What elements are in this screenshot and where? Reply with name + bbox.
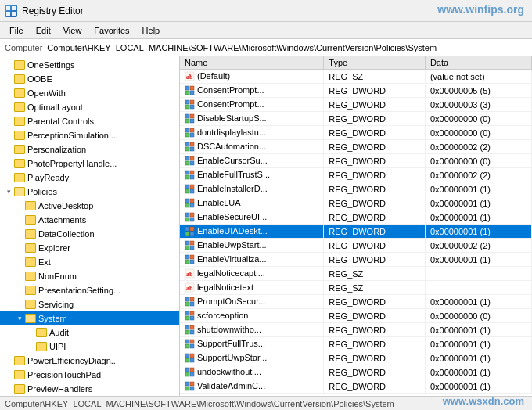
cell-type: REG_DWORD <box>324 365 426 379</box>
table-row[interactable]: ab legalNoticecapti... REG_SZ <box>180 267 532 281</box>
tree-label: UIPI <box>49 342 66 351</box>
cell-type: REG_DWORD <box>324 98 426 112</box>
table-row[interactable]: ConsentPrompt... REG_DWORD 0x00000003 (3… <box>180 98 532 112</box>
table-row[interactable]: EnableSecureUI... REG_DWORD 0x00000001 (… <box>180 210 532 225</box>
tree-item-dataCollection[interactable]: DataCollection <box>0 227 179 241</box>
cell-data: 0x00000000 (0) <box>425 309 531 323</box>
menu-item-file[interactable]: File <box>3 24 30 37</box>
table-row[interactable]: ab legalNoticetext REG_SZ <box>180 281 532 295</box>
svg-rect-85 <box>190 372 194 376</box>
table-row[interactable]: EnableInstallerD... REG_DWORD 0x00000001… <box>180 182 532 196</box>
table-row[interactable]: EnableVirtualiza... REG_DWORD 0x00000001… <box>180 253 532 267</box>
svg-rect-21 <box>190 133 194 137</box>
table-row[interactable]: ValidateAdminC... REG_DWORD 0x00000001 (… <box>180 379 532 394</box>
svg-rect-75 <box>190 340 194 343</box>
table-row[interactable]: EnableCursorSu... REG_DWORD 0x00000000 (… <box>180 154 532 168</box>
tree-item-prevHandlers[interactable]: PreviewHandlers <box>0 382 179 396</box>
svg-rect-82 <box>185 368 189 372</box>
detail-pane[interactable]: Name Type Data ab (Default) REG_SZ (valu… <box>180 56 532 396</box>
svg-rect-78 <box>185 354 189 358</box>
svg-rect-38 <box>185 199 189 203</box>
tree-item-policies[interactable]: ▾ Policies <box>0 185 179 199</box>
col-data-header[interactable]: Data <box>425 56 531 70</box>
tree-item-personalization[interactable]: Personalization <box>0 142 179 156</box>
tree-item-oobe[interactable]: OOBE <box>0 72 179 86</box>
table-row[interactable]: EnableFullTrustS... REG_DWORD 0x00000002… <box>180 168 532 182</box>
menu-item-edit[interactable]: Edit <box>30 24 57 37</box>
table-row[interactable]: scforceoption REG_DWORD 0x00000000 (0) <box>180 309 532 323</box>
svg-rect-41 <box>190 203 194 207</box>
tree-item-precisionTouch[interactable]: PrecisionTouchPad <box>0 368 179 382</box>
tree-item-attachments[interactable]: Attachments <box>0 213 179 227</box>
address-label: Computer <box>5 43 42 52</box>
cell-name: SupportFullTrus... <box>180 337 324 351</box>
cell-name: ab (Default) <box>180 70 324 84</box>
tree-item-explorer[interactable]: Explorer <box>0 241 179 255</box>
tree-item-nonEnum[interactable]: NonEnum <box>0 269 179 283</box>
tree-label: OneSettings <box>27 60 75 70</box>
tree-item-audit[interactable]: Audit <box>0 325 179 340</box>
table-row[interactable]: ab (Default) REG_SZ (value not set) <box>180 70 532 84</box>
col-type-header[interactable]: Type <box>324 56 426 70</box>
tree-item-uipi[interactable]: UIPI <box>0 340 179 354</box>
table-row[interactable]: DisableStartupS... REG_DWORD 0x00000000 … <box>180 112 532 126</box>
table-row[interactable]: EnableLUA REG_DWORD 0x00000001 (1) <box>180 196 532 210</box>
svg-rect-81 <box>190 358 194 362</box>
svg-text:ab: ab <box>186 285 193 292</box>
folder-icon <box>14 356 25 365</box>
cell-name: SupportUwpStar... <box>180 351 324 365</box>
table-row[interactable]: ConsentPrompt... REG_DWORD 0x00000005 (5… <box>180 84 532 98</box>
table-row[interactable]: SupportFullTrus... REG_DWORD 0x00000001 … <box>180 337 532 351</box>
tree-pane[interactable]: OneSettings OOBE OpenWith OptimalLayout … <box>0 56 180 396</box>
tree-label: System <box>38 314 67 323</box>
cell-type: REG_DWORD <box>324 112 426 126</box>
tree-item-photoProperty[interactable]: PhotoPropertyHandle... <box>0 156 179 171</box>
tree-item-ext[interactable]: Ext <box>0 255 179 269</box>
table-row[interactable]: DSCAutomation... REG_DWORD 0x00000002 (2… <box>180 140 532 154</box>
svg-rect-20 <box>185 133 189 137</box>
main-area: OneSettings OOBE OpenWith OptimalLayout … <box>0 56 532 396</box>
svg-rect-16 <box>185 119 189 123</box>
tree-item-openWith[interactable]: OpenWith <box>0 86 179 100</box>
cell-type: REG_DWORD <box>324 323 426 337</box>
svg-rect-30 <box>185 171 189 174</box>
svg-rect-74 <box>185 340 189 343</box>
tree-item-parentalControls[interactable]: Parental Controls <box>0 114 179 128</box>
tree-label: PerceptionSimulationI... <box>27 131 118 140</box>
tree-item-oneSettings[interactable]: OneSettings <box>0 58 179 72</box>
table-row[interactable]: EnableUwpStart... REG_DWORD 0x00000002 (… <box>180 239 532 253</box>
tree-item-optimalLayout[interactable]: OptimalLayout <box>0 100 179 114</box>
tree-item-presentationSettings[interactable]: PresentationSetting... <box>0 283 179 297</box>
table-row[interactable]: PromptOnSecur... REG_DWORD 0x00000001 (1… <box>180 295 532 309</box>
tree-label: PowerEfficiencyDiagn... <box>27 356 118 365</box>
tree-item-powerEfficiency[interactable]: PowerEfficiencyDiagn... <box>0 354 179 368</box>
table-row[interactable]: SupportUwpStar... REG_DWORD 0x00000001 (… <box>180 351 532 365</box>
svg-rect-87 <box>190 382 194 386</box>
tree-label: OptimalLayout <box>27 102 83 112</box>
cell-type: REG_DWORD <box>324 182 426 196</box>
cell-data: 0x00000002 (2) <box>425 239 531 253</box>
folder-icon <box>14 159 25 168</box>
detail-table: Name Type Data ab (Default) REG_SZ (valu… <box>180 56 532 394</box>
cell-data: 0x00000001 (1) <box>425 295 531 309</box>
cell-name: ConsentPrompt... <box>180 98 324 112</box>
cell-name: EnableInstallerD... <box>180 182 324 196</box>
svg-rect-72 <box>185 330 189 334</box>
col-name-header[interactable]: Name <box>180 56 324 70</box>
tree-item-servicing[interactable]: Servicing <box>0 297 179 311</box>
table-row[interactable]: EnableUIADeskt... REG_DWORD 0x00000001 (… <box>180 225 532 239</box>
menu-item-help[interactable]: Help <box>136 24 167 37</box>
table-row[interactable]: shutdownwitho... REG_DWORD 0x00000001 (1… <box>180 323 532 337</box>
folder-icon <box>14 131 25 140</box>
tree-item-playReady[interactable]: PlayReady <box>0 171 179 185</box>
tree-item-activeDesktop[interactable]: ActiveDesktop <box>0 199 179 213</box>
svg-rect-70 <box>185 325 189 329</box>
tree-item-system[interactable]: ▾ System <box>0 311 179 325</box>
folder-icon <box>25 300 36 309</box>
tree-item-perceptionSim[interactable]: PerceptionSimulationI... <box>0 128 179 142</box>
menu-item-view[interactable]: View <box>57 24 88 37</box>
svg-rect-69 <box>190 316 194 320</box>
menu-item-favorites[interactable]: Favorites <box>88 24 135 37</box>
table-row[interactable]: dontdisplaylastu... REG_DWORD 0x00000000… <box>180 126 532 140</box>
table-row[interactable]: undockwithoutl... REG_DWORD 0x00000001 (… <box>180 365 532 379</box>
